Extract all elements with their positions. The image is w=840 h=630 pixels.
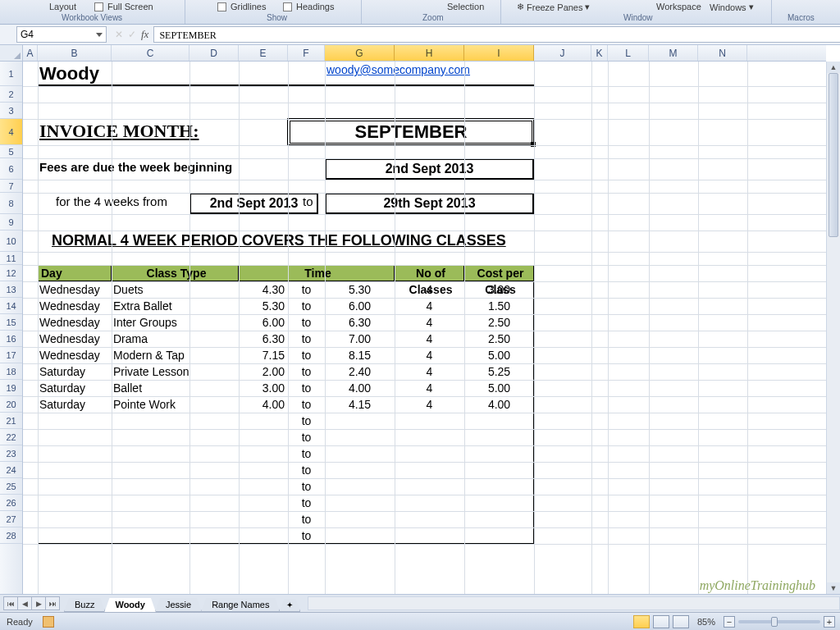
sheet-tab-jessie[interactable]: Jessie [155,598,202,612]
row-header-18[interactable]: 18 [0,363,22,380]
row-header-19[interactable]: 19 [0,380,22,396]
row-header-27[interactable]: 27 [0,511,22,527]
row-header-5[interactable]: 5 [0,145,22,158]
table-cell-to: to [288,299,325,313]
scroll-thumb[interactable] [829,73,838,237]
row-header-12[interactable]: 12 [0,265,22,281]
row-header-21[interactable]: 21 [0,413,22,429]
grid[interactable]: Woodywoody@somecompany.comINVOICE MONTH:… [23,62,826,594]
zoom-level[interactable]: 85% [697,617,715,627]
row-header-11[interactable]: 11 [0,252,22,265]
group-show: Show [267,13,287,22]
sheet-tab-range-names[interactable]: Range Names [201,598,280,612]
col-header-L[interactable]: L [608,45,649,61]
table-cell-day: Wednesday [39,283,100,296]
freeze-panes-button[interactable]: ❄ Freeze Panes ▾ [517,2,590,12]
name-box[interactable]: G4 [16,26,107,43]
table-cell-time1: 5.30 [240,299,285,313]
macro-record-icon[interactable] [43,616,54,628]
new-sheet-button[interactable]: ✦ [279,599,300,612]
fx-icon[interactable]: fx [141,28,148,41]
table-cell-to: to [288,316,325,329]
scroll-up-icon[interactable]: ▲ [827,62,840,73]
page-layout-view-button[interactable] [653,615,669,628]
col-header-C[interactable]: C [112,45,189,61]
row-header-22[interactable]: 22 [0,429,22,445]
layout-button[interactable]: Layout [49,2,76,11]
row-header-7[interactable]: 7 [0,180,22,193]
row-header-4[interactable]: 4 [0,119,22,145]
row-header-26[interactable]: 26 [0,495,22,511]
cancel-icon[interactable]: ✕ [115,29,123,40]
row-header-24[interactable]: 24 [0,462,22,478]
col-header-E[interactable]: E [239,45,288,61]
table-cell-cost: 5.00 [464,349,534,362]
horizontal-scrollbar[interactable] [308,596,840,610]
row-header-25[interactable]: 25 [0,478,22,495]
normal-view-button[interactable] [633,615,650,628]
row-header-15[interactable]: 15 [0,314,22,331]
col-header-G[interactable]: G [325,45,395,61]
table-cell-day: Wednesday [39,316,100,329]
workspace-button[interactable]: Workspace [656,2,701,11]
col-header-H[interactable]: H [395,45,464,61]
tab-nav-prev[interactable]: ◀ [17,596,32,610]
row-header-8[interactable]: 8 [0,193,22,214]
row-header-3[interactable]: 3 [0,103,22,119]
table-cell-num: 4 [395,283,464,296]
sheet-tab-woody[interactable]: Woody [104,598,155,612]
row-header-23[interactable]: 23 [0,445,22,462]
headings-checkbox[interactable]: Headings [283,2,334,11]
col-header-N[interactable]: N [698,45,747,61]
row-header-9[interactable]: 9 [0,214,22,231]
page-break-view-button[interactable] [673,615,689,628]
vertical-scrollbar[interactable]: ▲ ▼ [826,62,840,594]
col-header-F[interactable]: F [288,45,325,61]
zoom-slider[interactable] [738,620,820,623]
col-header-B[interactable]: B [38,45,112,61]
select-all-button[interactable] [0,45,23,62]
table-cell-num: 4 [395,381,464,395]
sheet-tab-buzz[interactable]: Buzz [64,598,105,612]
row-header-16[interactable]: 16 [0,331,22,347]
row-header-1[interactable]: 1 [0,62,22,86]
tab-nav-first[interactable]: ⏮ [3,596,18,610]
fullscreen-button[interactable]: Full Screen [94,2,153,11]
table-cell-time2: 6.30 [325,316,395,329]
table-cell-cost: 5.00 [464,381,534,395]
tab-nav-next[interactable]: ▶ [31,596,46,610]
table-cell-to: to [288,349,325,362]
row-header-28[interactable]: 28 [0,527,22,544]
table-cell-day: Wednesday [39,332,100,345]
col-header-M[interactable]: M [649,45,698,61]
enter-icon[interactable]: ✓ [128,29,136,40]
scroll-down-icon[interactable]: ▼ [827,582,840,594]
row-header-2[interactable]: 2 [0,86,22,103]
table-cell-day: Saturday [39,365,85,378]
col-header-K[interactable]: K [591,45,608,61]
zoom-out-button[interactable]: − [724,616,735,628]
row-header-10[interactable]: 10 [0,231,22,252]
row-header-20[interactable]: 20 [0,396,22,413]
selection-button[interactable]: Selection [447,2,484,11]
formula-input[interactable]: SEPTEMBER [153,26,840,43]
col-header-A[interactable]: A [23,45,38,61]
column-headers[interactable]: ABCDEFGHIJKLMN [23,45,826,62]
row-header-17[interactable]: 17 [0,347,22,363]
col-header-I[interactable]: I [464,45,534,61]
tab-nav-last[interactable]: ⏭ [45,596,60,610]
email-link[interactable]: woody@somecompany.com [326,63,470,76]
gridlines-checkbox[interactable]: Gridlines [217,2,266,11]
row-header-6[interactable]: 6 [0,158,22,180]
table-cell-cost: 2.50 [464,316,534,329]
col-header-D[interactable]: D [189,45,239,61]
row-header-14[interactable]: 14 [0,298,22,314]
table-cell-class: Private Lesson [113,365,189,378]
row-headers[interactable]: 1234567891011121314151617181920212223242… [0,62,23,594]
group-workbook-views: Workbook Views [62,13,122,22]
row-header-13[interactable]: 13 [0,281,22,298]
col-header-J[interactable]: J [534,45,591,61]
windows-button[interactable]: Windows ▾ [710,2,754,12]
group-zoom: Zoom [422,13,444,22]
zoom-in-button[interactable]: + [824,616,835,628]
